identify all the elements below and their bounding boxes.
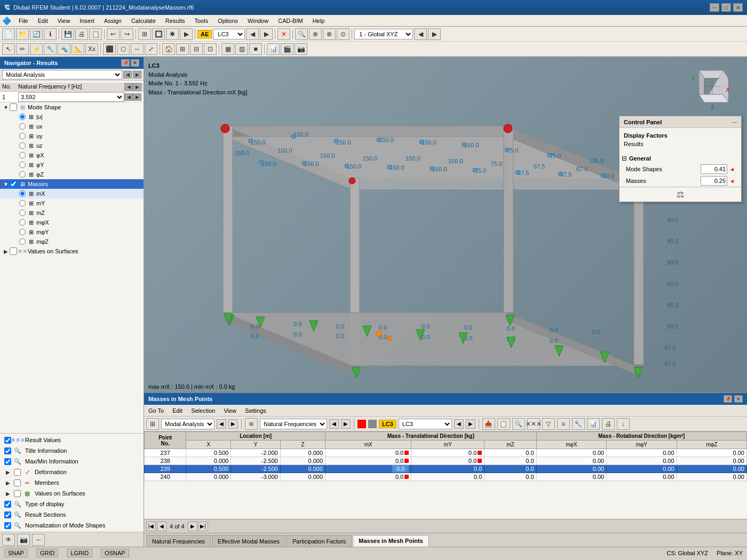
page-first-btn[interactable]: |◀ <box>146 522 156 531</box>
mx-radio[interactable] <box>19 190 26 197</box>
print-btn[interactable]: 🖨 <box>75 28 88 40</box>
type-display-checkbox[interactable] <box>4 501 11 508</box>
page-prev-btn[interactable]: ◀ <box>157 522 166 531</box>
values-surfaces-expand2[interactable]: ▶ <box>4 490 12 497</box>
prev-lc-btn[interactable]: ◀ <box>246 28 259 40</box>
bt2-next-btn[interactable]: ▶ <box>228 419 238 429</box>
tree-mphix-item[interactable]: ⊞ mφX <box>0 218 144 227</box>
bt2-lc-prev[interactable]: ◀ <box>454 419 464 429</box>
t2-btn2[interactable]: ✏ <box>16 43 29 55</box>
menu-edit[interactable]: Edit <box>34 17 52 25</box>
t2-btn10[interactable]: ↔ <box>131 43 144 55</box>
mode-shape-checkbox[interactable] <box>10 103 17 111</box>
bottom-edit[interactable]: Edit <box>170 406 185 415</box>
t2-cam-btn[interactable]: 📷 <box>295 43 307 55</box>
members-expand[interactable]: ▶ <box>4 479 12 486</box>
bt2-arrow-btn[interactable]: ↓ <box>617 418 630 430</box>
bt2-copy-btn[interactable]: 📋 <box>497 418 510 430</box>
values-surfaces-checkbox2[interactable] <box>14 490 21 497</box>
save-btn[interactable]: 💾 <box>61 28 74 40</box>
bt2-xxx-btn[interactable]: ✕✕✕ <box>527 418 540 430</box>
cp-masses-input[interactable]: 0.25 <box>701 176 727 186</box>
calc-btn[interactable]: ▶ <box>180 28 193 40</box>
tree-ux-item[interactable]: ⊞ ux <box>0 122 144 131</box>
t2-btn14[interactable]: ⊟ <box>190 43 203 55</box>
phiy-radio[interactable] <box>19 162 26 168</box>
cp-general-header[interactable]: ⊟ General <box>622 154 739 163</box>
t2-btn3[interactable]: ⚡ <box>30 43 43 55</box>
t2-btn4[interactable]: 🔧 <box>44 43 57 55</box>
ux-radio[interactable] <box>19 123 26 130</box>
t2-surface-btn[interactable]: ▥ <box>235 43 248 55</box>
freq-row-value-combo[interactable]: 3.592 <box>18 92 124 102</box>
my-radio[interactable] <box>19 200 26 206</box>
mphix-radio[interactable] <box>19 219 26 226</box>
lc-combo[interactable]: LC3 <box>213 29 245 39</box>
new-btn[interactable]: 📄 <box>2 28 15 40</box>
t2-btn12[interactable]: 🏠 <box>162 43 175 55</box>
menu-help[interactable]: Help <box>308 17 329 25</box>
menu-view[interactable]: View <box>53 17 75 25</box>
tree-u-item[interactable]: ⊞ |u| <box>0 112 144 122</box>
menu-tools[interactable]: Tools <box>190 17 212 25</box>
values-on-surfaces-item[interactable]: ▶ ▦ Values on Surfaces <box>0 488 144 499</box>
bt2-freq-prev[interactable]: ◀ <box>329 419 339 429</box>
t2-btn15[interactable]: ⊡ <box>204 43 217 55</box>
table-row[interactable]: 238 0.000 -2.500 0.000 0.0 0.0 0.0 0.00 … <box>145 457 747 465</box>
bottom-panel-pin[interactable]: 📌 <box>724 395 732 403</box>
bt2-prev-btn[interactable]: ◀ <box>217 419 226 429</box>
bt2-lc-combo[interactable]: LC3 <box>399 419 452 429</box>
menu-window[interactable]: Window <box>243 17 273 25</box>
result-values-item[interactable]: ✕✕✕ Result Values <box>0 435 144 445</box>
info-btn[interactable]: ℹ <box>44 28 57 40</box>
values-surfaces-checkbox[interactable] <box>10 247 17 255</box>
redo-btn[interactable]: ↪ <box>121 28 133 40</box>
bt2-filter-btn[interactable]: ▽ <box>542 418 555 430</box>
zoom-btn[interactable]: 🔍 <box>295 28 308 40</box>
bottom-selection[interactable]: Selection <box>189 406 217 415</box>
zoom3-btn[interactable]: ⊗ <box>323 28 336 40</box>
bottom-view[interactable]: View <box>221 406 239 415</box>
nav-close-btn[interactable]: ✕ <box>131 59 139 67</box>
cross-btn[interactable]: ✕ <box>277 28 290 40</box>
members-checkbox[interactable] <box>14 479 21 486</box>
t2-wire-btn[interactable]: ▦ <box>221 43 234 55</box>
t2-btn8[interactable]: ⬛ <box>103 43 116 55</box>
analysis-type-combo[interactable]: Modal Analysis <box>2 70 122 79</box>
maxmin-info-checkbox[interactable] <box>4 458 11 465</box>
bt2-settings-btn[interactable]: 🔧 <box>572 418 585 430</box>
tree-uy-item[interactable]: ⊞ uy <box>0 131 144 141</box>
bottom-panel-close[interactable]: ✕ <box>734 395 743 403</box>
tree-mz-item[interactable]: ⊞ mZ <box>0 208 144 218</box>
bt2-export-btn[interactable]: 📤 <box>482 418 495 430</box>
cp-mode-shapes-arrow[interactable]: ◄ <box>729 166 735 172</box>
menu-assign[interactable]: Assign <box>100 17 126 25</box>
norm-mode-checkbox[interactable] <box>4 522 11 529</box>
tree-uz-item[interactable]: ⊞ uz <box>0 141 144 150</box>
t2-btn11[interactable]: ⤢ <box>145 43 157 55</box>
zoom4-btn[interactable]: ⊙ <box>337 28 349 40</box>
title-info-checkbox[interactable] <box>4 447 11 454</box>
type-display-item[interactable]: 🔍 Type of display <box>0 499 144 509</box>
close-button[interactable]: ✕ <box>733 3 743 12</box>
t2-btn7[interactable]: Xx <box>85 43 98 55</box>
tree-mode-shape-group[interactable]: ▼ ⊞ Mode Shape <box>0 102 144 112</box>
view-combo[interactable]: 1 - Global XYZ <box>354 29 413 39</box>
t2-btn9[interactable]: ⬡ <box>117 43 130 55</box>
masses-expand-icon[interactable]: ▼ <box>2 180 10 188</box>
tree-phix-item[interactable]: ⊞ φX <box>0 150 144 160</box>
freq-val-prev[interactable]: ◀ <box>124 93 133 101</box>
phix-radio[interactable] <box>19 152 26 158</box>
tree-phiy-item[interactable]: ⊞ φY <box>0 160 144 170</box>
cp-masses-arrow[interactable]: ◄ <box>729 178 735 184</box>
freq-next-btn[interactable]: ▶ <box>133 83 141 91</box>
cp-mode-shapes-input[interactable]: 0.41 <box>701 164 727 174</box>
table-row-selected[interactable]: 239 0.500 -2.500 0.000 0.0 0.0 0.0 0.00 … <box>145 465 747 473</box>
norm-mode-item[interactable]: 🔍 Normalization of Mode Shapes <box>0 520 144 531</box>
menu-options[interactable]: Options <box>213 17 242 25</box>
bt2-icon[interactable]: ⊞ <box>146 418 159 430</box>
next-lc-btn[interactable]: ▶ <box>260 28 273 40</box>
nav-eye-btn[interactable]: 👁 <box>2 534 15 546</box>
bt2-icon2[interactable]: ≋ <box>245 418 258 430</box>
mz-radio[interactable] <box>19 210 26 216</box>
